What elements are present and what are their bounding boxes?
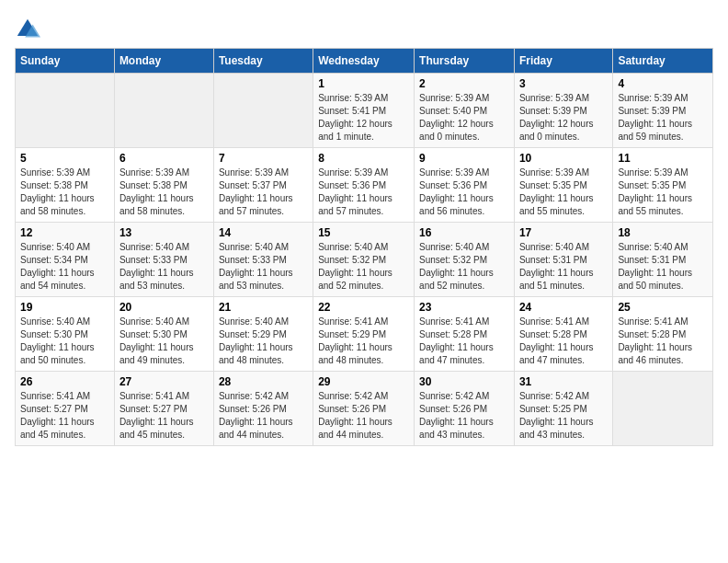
logo bbox=[15, 15, 44, 40]
header-monday: Monday bbox=[114, 49, 213, 74]
calendar-cell: 17Sunrise: 5:40 AM Sunset: 5:31 PM Dayli… bbox=[514, 223, 612, 297]
cell-date-number: 4 bbox=[618, 77, 708, 90]
cell-info-text: Sunrise: 5:39 AM Sunset: 5:36 PM Dayligh… bbox=[318, 167, 409, 218]
cell-info-text: Sunrise: 5:41 AM Sunset: 5:27 PM Dayligh… bbox=[119, 390, 209, 442]
calendar-cell: 15Sunrise: 5:40 AM Sunset: 5:32 PM Dayli… bbox=[313, 223, 415, 297]
header-row: SundayMondayTuesdayWednesdayThursdayFrid… bbox=[16, 49, 713, 74]
page-header bbox=[15, 15, 713, 40]
cell-info-text: Sunrise: 5:39 AM Sunset: 5:40 PM Dayligh… bbox=[419, 92, 509, 144]
cell-date-number: 13 bbox=[119, 226, 209, 239]
cell-info-text: Sunrise: 5:39 AM Sunset: 5:38 PM Dayligh… bbox=[119, 167, 209, 218]
cell-date-number: 10 bbox=[519, 152, 608, 165]
header-thursday: Thursday bbox=[415, 49, 515, 74]
cell-date-number: 5 bbox=[20, 152, 109, 165]
cell-date-number: 28 bbox=[219, 375, 308, 388]
cell-date-number: 16 bbox=[419, 226, 509, 239]
cell-date-number: 2 bbox=[419, 77, 509, 90]
cell-date-number: 12 bbox=[20, 226, 109, 239]
calendar-cell: 5Sunrise: 5:39 AM Sunset: 5:38 PM Daylig… bbox=[16, 148, 115, 223]
header-saturday: Saturday bbox=[613, 49, 713, 74]
calendar-cell: 19Sunrise: 5:40 AM Sunset: 5:30 PM Dayli… bbox=[16, 297, 115, 372]
cell-date-number: 11 bbox=[618, 152, 708, 165]
week-row-5: 26Sunrise: 5:41 AM Sunset: 5:27 PM Dayli… bbox=[16, 372, 713, 446]
cell-info-text: Sunrise: 5:39 AM Sunset: 5:35 PM Dayligh… bbox=[519, 167, 608, 218]
cell-info-text: Sunrise: 5:40 AM Sunset: 5:31 PM Dayligh… bbox=[519, 241, 608, 293]
calendar-cell: 22Sunrise: 5:41 AM Sunset: 5:29 PM Dayli… bbox=[313, 297, 415, 372]
cell-info-text: Sunrise: 5:39 AM Sunset: 5:39 PM Dayligh… bbox=[618, 92, 708, 144]
calendar-cell: 18Sunrise: 5:40 AM Sunset: 5:31 PM Dayli… bbox=[613, 223, 713, 297]
cell-info-text: Sunrise: 5:42 AM Sunset: 5:26 PM Dayligh… bbox=[219, 390, 308, 442]
calendar-cell: 4Sunrise: 5:39 AM Sunset: 5:39 PM Daylig… bbox=[613, 74, 713, 148]
cell-info-text: Sunrise: 5:40 AM Sunset: 5:33 PM Dayligh… bbox=[119, 241, 209, 293]
calendar-cell bbox=[213, 74, 313, 148]
week-row-2: 5Sunrise: 5:39 AM Sunset: 5:38 PM Daylig… bbox=[16, 148, 713, 223]
header-sunday: Sunday bbox=[16, 49, 115, 74]
calendar-header: SundayMondayTuesdayWednesdayThursdayFrid… bbox=[16, 49, 713, 74]
calendar-cell: 11Sunrise: 5:39 AM Sunset: 5:35 PM Dayli… bbox=[613, 148, 713, 223]
cell-date-number: 21 bbox=[219, 301, 308, 314]
calendar-cell: 7Sunrise: 5:39 AM Sunset: 5:37 PM Daylig… bbox=[213, 148, 313, 223]
cell-date-number: 23 bbox=[419, 301, 509, 314]
cell-info-text: Sunrise: 5:39 AM Sunset: 5:35 PM Dayligh… bbox=[618, 167, 708, 218]
calendar-cell: 28Sunrise: 5:42 AM Sunset: 5:26 PM Dayli… bbox=[213, 372, 313, 446]
calendar-cell: 25Sunrise: 5:41 AM Sunset: 5:28 PM Dayli… bbox=[613, 297, 713, 372]
cell-date-number: 9 bbox=[419, 152, 509, 165]
cell-date-number: 17 bbox=[519, 226, 608, 239]
calendar-cell: 13Sunrise: 5:40 AM Sunset: 5:33 PM Dayli… bbox=[114, 223, 213, 297]
week-row-3: 12Sunrise: 5:40 AM Sunset: 5:34 PM Dayli… bbox=[16, 223, 713, 297]
logo-icon bbox=[15, 17, 40, 42]
calendar-cell bbox=[613, 372, 713, 446]
calendar-cell: 16Sunrise: 5:40 AM Sunset: 5:32 PM Dayli… bbox=[415, 223, 515, 297]
cell-info-text: Sunrise: 5:40 AM Sunset: 5:32 PM Dayligh… bbox=[419, 241, 509, 293]
calendar-cell: 6Sunrise: 5:39 AM Sunset: 5:38 PM Daylig… bbox=[114, 148, 213, 223]
cell-date-number: 7 bbox=[219, 152, 308, 165]
cell-info-text: Sunrise: 5:40 AM Sunset: 5:34 PM Dayligh… bbox=[20, 241, 109, 293]
cell-date-number: 1 bbox=[318, 77, 409, 90]
calendar-body: 1Sunrise: 5:39 AM Sunset: 5:41 PM Daylig… bbox=[16, 74, 713, 446]
calendar-cell: 21Sunrise: 5:40 AM Sunset: 5:29 PM Dayli… bbox=[213, 297, 313, 372]
cell-info-text: Sunrise: 5:39 AM Sunset: 5:37 PM Dayligh… bbox=[219, 167, 308, 218]
cell-info-text: Sunrise: 5:42 AM Sunset: 5:26 PM Dayligh… bbox=[419, 390, 509, 442]
header-tuesday: Tuesday bbox=[213, 49, 313, 74]
cell-info-text: Sunrise: 5:41 AM Sunset: 5:28 PM Dayligh… bbox=[519, 316, 608, 367]
cell-date-number: 18 bbox=[618, 226, 708, 239]
cell-date-number: 27 bbox=[119, 375, 209, 388]
cell-info-text: Sunrise: 5:40 AM Sunset: 5:30 PM Dayligh… bbox=[119, 316, 209, 367]
cell-info-text: Sunrise: 5:40 AM Sunset: 5:29 PM Dayligh… bbox=[219, 316, 308, 367]
cell-date-number: 8 bbox=[318, 152, 409, 165]
cell-info-text: Sunrise: 5:39 AM Sunset: 5:36 PM Dayligh… bbox=[419, 167, 509, 218]
cell-date-number: 15 bbox=[318, 226, 409, 239]
header-wednesday: Wednesday bbox=[313, 49, 415, 74]
calendar-cell: 1Sunrise: 5:39 AM Sunset: 5:41 PM Daylig… bbox=[313, 74, 415, 148]
calendar-cell: 8Sunrise: 5:39 AM Sunset: 5:36 PM Daylig… bbox=[313, 148, 415, 223]
cell-date-number: 29 bbox=[318, 375, 409, 388]
calendar-cell: 10Sunrise: 5:39 AM Sunset: 5:35 PM Dayli… bbox=[514, 148, 612, 223]
header-friday: Friday bbox=[514, 49, 612, 74]
calendar-cell: 27Sunrise: 5:41 AM Sunset: 5:27 PM Dayli… bbox=[114, 372, 213, 446]
calendar-table: SundayMondayTuesdayWednesdayThursdayFrid… bbox=[15, 48, 713, 446]
cell-info-text: Sunrise: 5:41 AM Sunset: 5:28 PM Dayligh… bbox=[419, 316, 509, 367]
cell-info-text: Sunrise: 5:40 AM Sunset: 5:33 PM Dayligh… bbox=[219, 241, 308, 293]
cell-date-number: 6 bbox=[119, 152, 209, 165]
calendar-cell bbox=[114, 74, 213, 148]
calendar-cell: 9Sunrise: 5:39 AM Sunset: 5:36 PM Daylig… bbox=[415, 148, 515, 223]
cell-info-text: Sunrise: 5:40 AM Sunset: 5:32 PM Dayligh… bbox=[318, 241, 409, 293]
cell-info-text: Sunrise: 5:41 AM Sunset: 5:29 PM Dayligh… bbox=[318, 316, 409, 367]
cell-date-number: 24 bbox=[519, 301, 608, 314]
calendar-cell: 30Sunrise: 5:42 AM Sunset: 5:26 PM Dayli… bbox=[415, 372, 515, 446]
calendar-cell: 26Sunrise: 5:41 AM Sunset: 5:27 PM Dayli… bbox=[16, 372, 115, 446]
cell-date-number: 31 bbox=[519, 375, 608, 388]
cell-info-text: Sunrise: 5:41 AM Sunset: 5:27 PM Dayligh… bbox=[20, 390, 109, 442]
cell-info-text: Sunrise: 5:40 AM Sunset: 5:31 PM Dayligh… bbox=[618, 241, 708, 293]
calendar-cell: 29Sunrise: 5:42 AM Sunset: 5:26 PM Dayli… bbox=[313, 372, 415, 446]
cell-info-text: Sunrise: 5:42 AM Sunset: 5:26 PM Dayligh… bbox=[318, 390, 409, 442]
cell-info-text: Sunrise: 5:41 AM Sunset: 5:28 PM Dayligh… bbox=[618, 316, 708, 367]
cell-info-text: Sunrise: 5:42 AM Sunset: 5:25 PM Dayligh… bbox=[519, 390, 608, 442]
calendar-cell: 23Sunrise: 5:41 AM Sunset: 5:28 PM Dayli… bbox=[415, 297, 515, 372]
cell-date-number: 14 bbox=[219, 226, 308, 239]
cell-info-text: Sunrise: 5:39 AM Sunset: 5:38 PM Dayligh… bbox=[20, 167, 109, 218]
calendar-cell bbox=[16, 74, 115, 148]
calendar-cell: 31Sunrise: 5:42 AM Sunset: 5:25 PM Dayli… bbox=[514, 372, 612, 446]
week-row-1: 1Sunrise: 5:39 AM Sunset: 5:41 PM Daylig… bbox=[16, 74, 713, 148]
cell-info-text: Sunrise: 5:39 AM Sunset: 5:39 PM Dayligh… bbox=[519, 92, 608, 144]
